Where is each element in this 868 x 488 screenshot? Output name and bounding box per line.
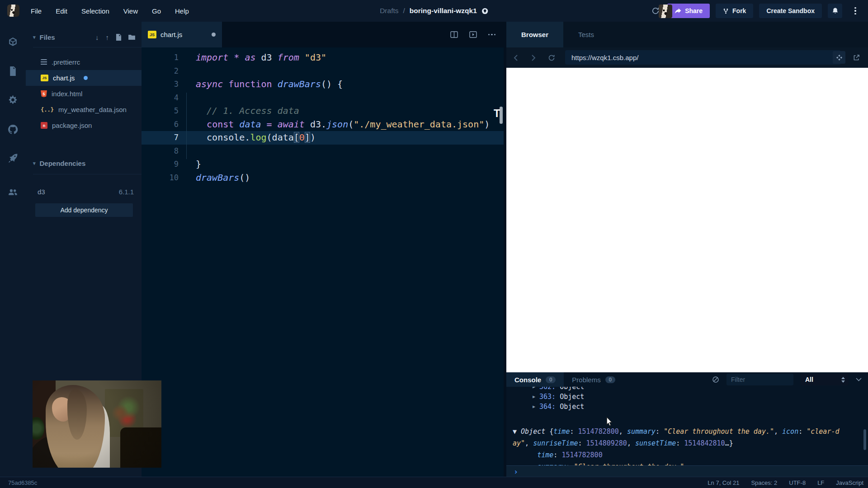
github-icon[interactable] — [7, 124, 19, 135]
editor-tab-actions — [450, 22, 496, 47]
code-line-1[interactable]: 1import * as d3 from "d3" — [142, 51, 504, 65]
breadcrumb-workspace[interactable]: Drafts — [380, 7, 398, 15]
console-filter-input[interactable] — [726, 374, 793, 385]
file-row-my-weather-data-json[interactable]: {..}my_weather_data.json — [26, 102, 142, 117]
clear-console-icon[interactable] — [712, 376, 719, 383]
live-collaboration-icon[interactable] — [7, 186, 19, 197]
add-dependency-button[interactable]: Add dependency — [35, 203, 133, 217]
tab-problems[interactable]: Problems 0 — [564, 372, 623, 387]
language-mode[interactable]: JavaScript — [836, 479, 863, 486]
browser-tests-tabs: BrowserTests — [506, 22, 868, 47]
browser-viewport[interactable] — [506, 68, 868, 372]
share-label: Share — [685, 7, 703, 14]
expand-caret-icon[interactable]: ▶ — [533, 392, 535, 402]
export-zip-icon[interactable]: ↓ — [95, 33, 99, 41]
user-avatar[interactable] — [659, 5, 672, 18]
upload-files-icon[interactable]: ↑ — [106, 33, 109, 41]
console-scrollbar-thumb[interactable] — [863, 429, 866, 450]
console-log-row[interactable]: ▶362:Object — [506, 387, 863, 392]
sandbox-name[interactable]: boring-villani-wzqk1 — [410, 7, 477, 15]
tab-console[interactable]: Console 0 — [506, 372, 564, 387]
tab-tests[interactable]: Tests — [563, 22, 609, 47]
log-level-select[interactable]: All — [801, 374, 849, 385]
reload-icon[interactable] — [542, 54, 561, 61]
eol[interactable]: LF — [817, 479, 824, 486]
file-explorer-icon[interactable] — [7, 66, 19, 77]
code-line-10[interactable]: 10drawBars() — [142, 171, 504, 185]
code-line-5[interactable]: 5 // 1. Access data — [142, 104, 504, 118]
open-external-button[interactable] — [850, 51, 863, 64]
forward-icon[interactable] — [524, 55, 542, 61]
dependencies-header[interactable]: ▾ Dependencies — [33, 158, 135, 169]
code-line-2[interactable]: 2 — [142, 65, 504, 78]
privacy-icon[interactable] — [481, 8, 488, 14]
log-index: 363: — [539, 392, 556, 402]
new-file-icon[interactable] — [116, 34, 122, 41]
line-content: // 1. Access data — [186, 104, 299, 118]
menu-file[interactable]: File — [31, 7, 42, 15]
code-token: // 1. Access data — [196, 105, 299, 116]
code-line-8[interactable]: 8 — [142, 145, 504, 158]
back-icon[interactable] — [506, 55, 524, 61]
responsive-mode-button[interactable] — [833, 51, 845, 64]
menu-go[interactable]: Go — [152, 7, 161, 15]
share-button[interactable]: Share — [667, 4, 710, 18]
expand-caret-icon[interactable]: ▶ — [533, 387, 535, 392]
file-row-chart-js[interactable]: JSchart.js — [26, 70, 142, 86]
file-row-package-json[interactable]: npackage.json — [26, 117, 142, 133]
files-section-header[interactable]: ▾ Files ↓ ↑ — [33, 32, 135, 42]
code-area[interactable]: 1import * as d3 from "d3"23async functio… — [142, 47, 504, 477]
notifications-button[interactable] — [828, 4, 842, 18]
code-token: async — [196, 79, 228, 89]
fork-button[interactable]: Fork — [716, 4, 753, 18]
sandbox-box-icon[interactable] — [7, 37, 19, 48]
open-preview-icon[interactable] — [469, 31, 477, 38]
indentation[interactable]: Spaces: 2 — [751, 479, 777, 486]
kebab-icon — [854, 7, 856, 15]
editor-tab-chartjs[interactable]: JS chart.js — [142, 22, 222, 47]
editor-more-icon[interactable] — [488, 34, 496, 36]
console-controls: All — [712, 374, 868, 385]
pane-resize-handle[interactable] — [504, 22, 506, 477]
file-row--prettierrc[interactable]: .prettierrc — [26, 54, 142, 70]
encoding[interactable]: UTF-8 — [789, 479, 806, 486]
split-view-icon[interactable] — [450, 31, 458, 38]
console-log-row[interactable]: ▶363:Object — [506, 392, 863, 402]
line-number: 5 — [142, 104, 186, 118]
menu-bar: FileEditSelectionViewGoHelp — [31, 0, 189, 22]
line-number: 3 — [142, 78, 186, 91]
deployment-rocket-icon[interactable] — [7, 153, 19, 164]
dependency-row[interactable]: d3 6.1.1 — [26, 186, 142, 197]
settings-gear-icon[interactable] — [7, 94, 19, 106]
menu-view[interactable]: View — [123, 7, 138, 15]
code-line-4[interactable]: 4 — [142, 91, 504, 105]
console-log-list: ▶362:Object▶363:Object▶364:Object — [506, 387, 863, 412]
new-folder-icon[interactable] — [128, 34, 135, 40]
file-row-index-html[interactable]: 5index.html — [26, 86, 142, 102]
tab-browser[interactable]: Browser — [506, 22, 563, 47]
unsaved-dot-icon[interactable] — [212, 33, 216, 37]
code-line-3[interactable]: 3async function drawBars() { — [142, 78, 504, 91]
files-caret-icon[interactable]: ▾ — [33, 34, 36, 40]
dependencies-caret-icon[interactable]: ▾ — [33, 160, 36, 166]
create-sandbox-button[interactable]: Create Sandbox — [759, 4, 822, 18]
console-log-row[interactable]: ▶364:Object — [506, 402, 863, 412]
code-line-9[interactable]: 9} — [142, 158, 504, 171]
expanded-log[interactable]: ▼ Object {time: 1514782800, summary: "Cl… — [506, 426, 863, 465]
modified-dot-icon — [84, 76, 88, 80]
collapse-console-icon[interactable] — [856, 378, 862, 381]
menu-help[interactable]: Help — [175, 7, 189, 15]
workspace-logo[interactable] — [7, 5, 19, 17]
log-value: Object — [560, 392, 584, 402]
menu-edit[interactable]: Edit — [56, 7, 67, 15]
url-input[interactable] — [565, 50, 841, 65]
console-prompt-row[interactable]: › — [506, 465, 868, 477]
expand-caret-icon[interactable]: ▶ — [533, 402, 535, 412]
code-line-7[interactable]: 7 console.log(data[0]) — [142, 131, 504, 145]
code-line-6[interactable]: 6 const data = await d3.json("./my_weath… — [142, 118, 504, 131]
cursor-position[interactable]: Ln 7, Col 21 — [708, 479, 739, 486]
menu-selection[interactable]: Selection — [81, 7, 109, 15]
code-token: console. — [196, 132, 250, 143]
more-options-button[interactable] — [848, 4, 863, 18]
line-content: } — [186, 158, 201, 171]
